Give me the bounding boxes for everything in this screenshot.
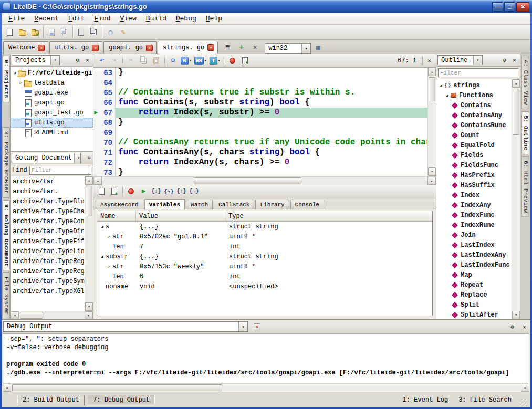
project-tree-item[interactable]: ◢F:/vfc/liteide-git	[11, 68, 93, 78]
outline-item[interactable]: Join	[436, 230, 512, 240]
projects-view-selector[interactable]: Projects ▾	[12, 55, 60, 65]
close-icon[interactable]: ✕	[520, 322, 529, 331]
scrollbar-thumb[interactable]	[20, 312, 43, 319]
gear-icon[interactable]: ⚙	[73, 56, 82, 65]
debug-tab-console[interactable]: Console	[290, 200, 324, 209]
column-header-name[interactable]: Name	[97, 211, 136, 221]
gutter-line[interactable]: 68	[93, 118, 115, 128]
menu-file[interactable]: File	[4, 14, 29, 24]
debug-tab-library[interactable]: Library	[255, 200, 289, 209]
save-all-icon[interactable]	[58, 26, 70, 38]
run-to-line-icon[interactable]: {→}	[188, 186, 200, 197]
menu-recent[interactable]: Recent	[29, 14, 64, 24]
outline-item[interactable]: Replace	[436, 290, 512, 300]
editor-tab-goapi-go[interactable]: goapi. go✕	[103, 41, 157, 54]
debug-tab-asyncrecord[interactable]: AsyncRecord	[96, 200, 143, 209]
gutter-line[interactable]: 64	[93, 78, 115, 88]
outline-item[interactable]: ContainsRune	[436, 120, 512, 130]
tab-list-icon[interactable]: ≣	[222, 42, 234, 54]
home-icon[interactable]: ⌂	[105, 26, 117, 38]
menu-find[interactable]: Find	[89, 14, 115, 24]
project-tree-item[interactable]: ▷testdata	[11, 78, 93, 88]
project-tree-item[interactable]: goapi_test.go	[11, 108, 93, 118]
outline-root[interactable]: ◢{}strings	[436, 80, 512, 90]
editor-tab-utils-go[interactable]: utils. go✕	[49, 41, 102, 54]
close-tab-icon[interactable]: ✕	[146, 45, 153, 51]
scroll-left-icon[interactable]: ◂	[3, 384, 11, 392]
variable-row[interactable]: ◢s{...}struct string	[97, 222, 432, 232]
resize-grip[interactable]	[520, 399, 527, 406]
scroll-up-icon[interactable]: ▴	[428, 68, 436, 76]
redo-icon[interactable]: ↷	[108, 55, 120, 67]
close-tab-icon[interactable]: ✕	[207, 44, 214, 51]
side-tab-file-system[interactable]: File System	[2, 272, 10, 319]
new-file-icon[interactable]	[4, 26, 16, 38]
scrollbar-thumb[interactable]	[513, 89, 519, 135]
close-editor-icon[interactable]: ✕	[425, 56, 434, 65]
undo-icon[interactable]: ↶	[96, 55, 108, 67]
outline-item[interactable]: LastIndex	[436, 240, 512, 250]
maximize-button[interactable]: □	[504, 2, 515, 12]
variable-row[interactable]: ▷str0x57153c "weekly"uint8 *	[97, 261, 432, 271]
outline-item[interactable]: EqualFold	[436, 140, 512, 150]
copy-icon[interactable]	[138, 55, 150, 67]
gear-icon[interactable]: ⚙	[500, 56, 509, 65]
scrollbar-thumb[interactable]	[86, 186, 92, 216]
gutter-line[interactable]: 71	[93, 148, 115, 158]
status-button-2-build-output[interactable]: 2: Build Output	[17, 395, 85, 405]
scroll-right-icon[interactable]: ▸	[85, 311, 93, 319]
document-filter-input[interactable]	[29, 166, 91, 175]
editor-tab-strings-go[interactable]: strings. go✕	[158, 41, 218, 54]
edit-environment-icon[interactable]: ✎	[117, 26, 129, 38]
scroll-down-icon[interactable]: ▾	[85, 302, 93, 311]
close-file-icon[interactable]	[75, 26, 87, 38]
variable-row[interactable]: ◢substr{...}struct string	[97, 251, 432, 261]
outline-item[interactable]: IndexFunc	[436, 210, 512, 220]
debug-tab-variables[interactable]: Variables	[144, 199, 185, 209]
scrollbar-thumb[interactable]	[194, 177, 301, 184]
close-icon[interactable]: ✕	[83, 56, 92, 65]
project-tree-item[interactable]: README.md	[11, 128, 93, 138]
build-combo-b[interactable]: B▾	[180, 56, 193, 65]
outline-item[interactable]: Map	[436, 270, 512, 280]
outline-group-functions[interactable]: ◢Functions	[436, 90, 512, 100]
env-grid-icon[interactable]: ▦	[312, 42, 324, 54]
save-file-icon[interactable]	[46, 26, 58, 38]
variable-row[interactable]: nonamevoid<unspecified>	[97, 281, 432, 291]
clear-output-icon[interactable]	[251, 321, 263, 332]
scroll-right-icon[interactable]: ▸	[427, 177, 436, 185]
step-over-icon[interactable]: {↷}	[163, 186, 175, 197]
side-tab-8-package-browser[interactable]: 8: Package Browser	[2, 127, 10, 198]
project-tree-item[interactable]: goapi.exe	[11, 88, 93, 98]
editor-tab-welcome[interactable]: Welcome✕	[3, 41, 48, 54]
env-grid-icon[interactable]: ▦	[312, 42, 324, 54]
step-into-icon[interactable]: {↓}	[150, 186, 162, 197]
outline-item[interactable]: Index	[436, 190, 512, 200]
build-combo-t[interactable]: T▾	[208, 56, 222, 65]
scrollbar-thumb[interactable]	[429, 77, 435, 101]
outline-item[interactable]: Repeat	[436, 280, 512, 290]
list-item[interactable]: archive/tar.TypeCont	[11, 217, 85, 227]
gutter-line[interactable]: 66	[93, 98, 115, 108]
outline-filter-input[interactable]	[438, 68, 518, 77]
list-item[interactable]: archive/tar.TypeDir	[11, 227, 85, 237]
outline-view-selector[interactable]: Outline ▾	[437, 55, 483, 65]
gutter-line[interactable]: 65	[93, 88, 115, 98]
variable-row[interactable]: len7int	[97, 242, 432, 251]
paste-icon[interactable]	[150, 55, 162, 67]
outline-item[interactable]: LastIndexAny	[436, 250, 512, 260]
close-all-tabs-icon[interactable]: ✕	[249, 42, 261, 54]
scroll-left-icon[interactable]: ◂	[11, 311, 19, 319]
close-all-icon[interactable]	[88, 26, 100, 38]
outline-item[interactable]: Count	[436, 130, 512, 140]
outline-item[interactable]: Split	[436, 300, 512, 310]
variable-row[interactable]: ▷str0x5702ac "go1.0.1"uint8 *	[97, 232, 432, 242]
outline-item[interactable]: Fields	[436, 150, 512, 160]
variable-row[interactable]: len6int	[97, 271, 432, 281]
insert-record-icon[interactable]	[108, 186, 120, 197]
gear-icon[interactable]: ⚙	[508, 322, 517, 331]
list-item[interactable]: archive/tar.TypeFifo	[11, 237, 85, 247]
outline-item[interactable]: LastIndexFunc	[436, 260, 512, 270]
side-tab-0-projects[interactable]: 0: Projects	[2, 56, 10, 102]
code-editor[interactable]: 63646566►67686970717273 } // Contains re…	[93, 68, 436, 176]
